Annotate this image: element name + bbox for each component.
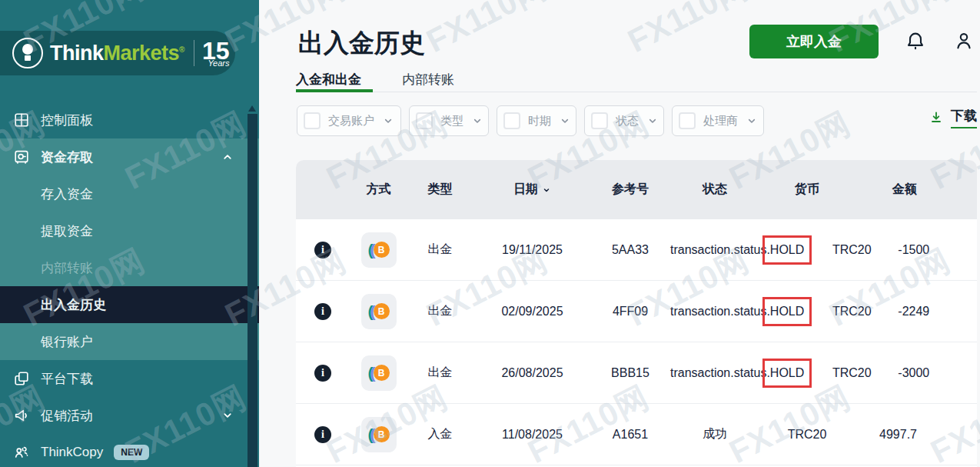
sidebar-scrollbar[interactable] bbox=[247, 114, 257, 467]
app-window: ThinkMarkets® 15 Years 控制面板 资金存取 存入资金 提取… bbox=[0, 0, 980, 467]
deposit-now-button[interactable]: 立即入金 bbox=[749, 25, 879, 58]
sidebar-item-funds-access[interactable]: 资金存取 bbox=[0, 138, 259, 175]
column-header-date[interactable]: 日期 bbox=[473, 182, 592, 198]
reference-cell: 4FF09 bbox=[592, 305, 669, 319]
bitcoin-icon: B bbox=[374, 426, 390, 442]
sidebar-item-label: 资金存取 bbox=[41, 148, 93, 166]
sort-chevron-icon bbox=[542, 185, 551, 195]
date-cell: 11/08/2025 bbox=[473, 428, 592, 442]
chevron-down-icon bbox=[471, 115, 483, 127]
type-cell: 出金 bbox=[407, 303, 473, 319]
filter-label: 时期 bbox=[528, 114, 551, 128]
download-button[interactable]: 下载 bbox=[929, 107, 977, 128]
logo[interactable]: ThinkMarkets® 15 Years bbox=[0, 31, 235, 75]
hold-annotation-box: HOLD bbox=[770, 305, 804, 319]
filter-checkbox[interactable] bbox=[503, 112, 520, 129]
sidebar-item-label: ThinkCopy bbox=[41, 445, 103, 460]
sidebar-item-label: 促销活动 bbox=[41, 407, 93, 425]
amount-cell: -2249 bbox=[898, 305, 977, 319]
filter-checkbox[interactable] bbox=[679, 112, 696, 129]
bell-icon bbox=[905, 30, 926, 52]
sidebar-item-promotions[interactable]: 促销活动 bbox=[0, 397, 259, 434]
crypto-method-icon: ((B bbox=[361, 417, 397, 452]
person-icon bbox=[953, 30, 975, 52]
new-badge: NEW bbox=[114, 445, 149, 460]
currency-cell: TRC20 bbox=[806, 305, 898, 319]
sidebar-item-withdraw-funds[interactable]: 提取资金 bbox=[0, 212, 259, 249]
date-cell: 02/09/2025 bbox=[473, 305, 592, 319]
amount-cell: -1500 bbox=[898, 243, 977, 257]
sidebar: ThinkMarkets® 15 Years 控制面板 资金存取 存入资金 提取… bbox=[0, 0, 259, 467]
filter-processor[interactable]: 处理商 bbox=[672, 105, 764, 136]
sidebar-item-label: 内部转账 bbox=[41, 259, 93, 277]
sidebar-nav: 控制面板 资金存取 存入资金 提取资金 内部转账 出入金历史 银行账户 平台下载… bbox=[0, 102, 259, 467]
status-cell: transaction.status.HOLD bbox=[669, 366, 806, 380]
sidebar-item-dashboard[interactable]: 控制面板 bbox=[0, 102, 259, 138]
page-title: 出入金历史 bbox=[298, 26, 425, 61]
filter-label: 状态 bbox=[616, 114, 639, 128]
table-row[interactable]: i ((B 出金 19/11/2025 5AA33 transaction.st… bbox=[296, 219, 977, 281]
filter-checkbox[interactable] bbox=[416, 112, 433, 129]
column-header-amount: 金额 bbox=[853, 182, 977, 198]
info-icon[interactable]: i bbox=[314, 426, 331, 443]
filter-label: 交易账户 bbox=[328, 114, 374, 128]
tab-deposits-withdrawals[interactable]: 入金和出金 bbox=[296, 71, 361, 88]
fx110-watermark: FX110网 bbox=[420, 0, 555, 62]
sidebar-item-label: 提取资金 bbox=[41, 222, 93, 240]
column-header-type: 类型 bbox=[407, 182, 473, 198]
logo-wordmark: ThinkMarkets® bbox=[50, 42, 184, 65]
filter-status[interactable]: 状态 bbox=[584, 105, 664, 136]
anniversary-badge: 15 Years bbox=[202, 38, 234, 68]
info-icon[interactable]: i bbox=[314, 303, 331, 320]
filter-period[interactable]: 时期 bbox=[497, 105, 576, 136]
amount-cell: 4997.7 bbox=[853, 428, 977, 442]
table-row[interactable]: i ((B 出金 26/08/2025 BBB15 transaction.st… bbox=[296, 342, 977, 404]
currency-cell: TRC20 bbox=[806, 243, 898, 257]
tab-internal-transfer[interactable]: 内部转账 bbox=[402, 71, 454, 88]
scrollbar-up-arrow[interactable] bbox=[248, 105, 256, 112]
sidebar-item-bank-accounts[interactable]: 银行账户 bbox=[0, 323, 259, 360]
info-icon[interactable]: i bbox=[314, 365, 331, 382]
sidebar-item-label: 出入金历史 bbox=[41, 296, 106, 314]
sidebar-item-transaction-history[interactable]: 出入金历史 bbox=[0, 286, 259, 323]
reference-cell: 5AA33 bbox=[592, 243, 669, 257]
chevron-down-icon bbox=[559, 115, 571, 127]
people-icon bbox=[12, 443, 31, 462]
filter-trading-account[interactable]: 交易账户 bbox=[297, 105, 401, 136]
dashboard-icon bbox=[12, 111, 31, 129]
info-icon[interactable]: i bbox=[314, 242, 331, 259]
bitcoin-icon: B bbox=[374, 242, 390, 258]
sidebar-item-label: 平台下载 bbox=[41, 370, 93, 388]
crypto-method-icon: ((B bbox=[361, 232, 397, 268]
column-header-ref: 参考号 bbox=[592, 182, 669, 198]
status-cell: 成功 bbox=[669, 426, 761, 442]
filter-checkbox[interactable] bbox=[304, 112, 321, 129]
sidebar-item-thinkcopy[interactable]: ThinkCopy NEW bbox=[0, 434, 259, 467]
sidebar-item-internal-transfer: 内部转账 bbox=[0, 249, 259, 286]
notifications-button[interactable] bbox=[904, 30, 927, 53]
column-header-status: 状态 bbox=[669, 182, 761, 198]
chevron-down-icon bbox=[382, 115, 394, 127]
logo-divider bbox=[194, 40, 194, 66]
fx110-watermark: FX110网 bbox=[621, 0, 756, 62]
sidebar-item-deposit-funds[interactable]: 存入资金 bbox=[0, 175, 259, 212]
filter-checkbox[interactable] bbox=[591, 112, 608, 129]
reference-cell: BBB15 bbox=[592, 366, 669, 380]
sidebar-item-label: 存入资金 bbox=[41, 185, 93, 203]
filter-type[interactable]: 类型 bbox=[409, 105, 489, 136]
account-button[interactable] bbox=[952, 30, 975, 53]
sidebar-item-platform-download[interactable]: 平台下载 bbox=[0, 360, 259, 397]
sidebar-item-label: 控制面板 bbox=[41, 112, 93, 129]
hold-annotation-box: HOLD bbox=[770, 366, 804, 380]
type-cell: 出金 bbox=[407, 242, 473, 258]
platform-icon bbox=[12, 369, 31, 388]
vault-icon bbox=[12, 148, 31, 166]
tabs-divider bbox=[296, 92, 977, 92]
table-row[interactable]: i ((B 出金 02/09/2025 4FF09 transaction.st… bbox=[296, 281, 977, 342]
bitcoin-icon: B bbox=[374, 303, 390, 319]
status-cell: transaction.status.HOLD bbox=[669, 243, 806, 257]
thinkmarkets-bulb-icon bbox=[12, 38, 43, 68]
status-cell: transaction.status.HOLD bbox=[669, 305, 806, 319]
table-row[interactable]: i ((B 入金 11/08/2025 A1651 成功 TRC20 4997.… bbox=[296, 404, 977, 465]
filter-bar: 交易账户 类型 时期 状态 处理商 bbox=[297, 105, 764, 136]
